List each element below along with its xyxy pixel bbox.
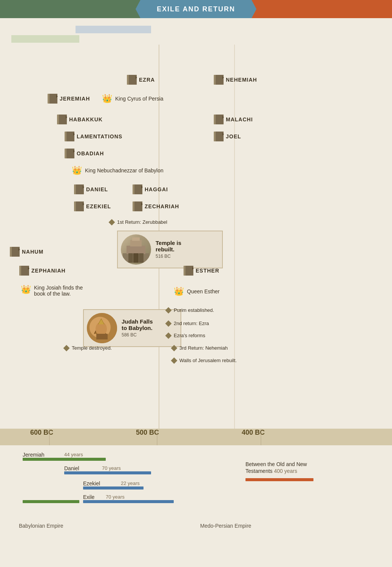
crown-icon: 👑 bbox=[102, 94, 112, 104]
book-icon bbox=[49, 94, 57, 104]
book-label: EZEKIEL bbox=[86, 203, 111, 209]
crown-label: King Josiah finds thebook of the law. bbox=[34, 285, 83, 297]
tl-years-daniel: 70 years bbox=[102, 465, 121, 471]
temple-subtitle: 516 BC bbox=[156, 254, 171, 259]
diamond-label: 2nd return: Ezra bbox=[174, 321, 209, 326]
book-label: ZECHARIAH bbox=[145, 203, 179, 209]
page-title: EXILE AND RETURN bbox=[157, 5, 235, 13]
tl-name-between: Between the Old and NewTestaments 400 ye… bbox=[245, 461, 307, 474]
diamond-icon bbox=[171, 357, 177, 364]
book-label: NAHUM bbox=[22, 249, 43, 255]
crown-cyrus: 👑 King Cyrus of Persia bbox=[102, 94, 164, 104]
book-icon bbox=[76, 201, 84, 211]
book-label: ESTHER bbox=[196, 268, 219, 274]
diamond-label: Purim established. bbox=[174, 307, 214, 313]
svg-rect-3 bbox=[132, 237, 140, 241]
diamond-return1: 1st Return: Zerubbabel bbox=[110, 219, 167, 225]
book-nehemiah: NEHEMIAH bbox=[215, 75, 257, 85]
diamond-label: Ezra's reforms bbox=[174, 333, 205, 338]
babylon-subtitle: 586 BC bbox=[122, 332, 137, 338]
tl-bar-jeremiah bbox=[23, 458, 106, 461]
crown-label: King Cyrus of Persia bbox=[115, 96, 164, 102]
axis-500bc: 500 BC bbox=[136, 429, 159, 437]
diamond-return3: 3rd Return: Nehemiah bbox=[172, 345, 228, 351]
tl-bar-daniel bbox=[64, 471, 151, 474]
book-label: NEHEMIAH bbox=[226, 77, 257, 83]
diamond-label: Walls of Jerusalem rebuilt. bbox=[179, 358, 237, 363]
svg-rect-10 bbox=[96, 334, 108, 339]
book-icon bbox=[76, 184, 84, 194]
header-center-bg: EXILE AND RETURN bbox=[136, 0, 256, 18]
diamond-purim: Purim established. bbox=[166, 307, 214, 313]
book-lamentations: LAMENTATIONS bbox=[66, 132, 122, 141]
book-label: JOEL bbox=[226, 133, 241, 139]
svg-rect-5 bbox=[139, 253, 144, 263]
diamond-temple-destroyed: Temple destroyed. bbox=[64, 345, 112, 351]
book-label: HAGGAI bbox=[145, 186, 168, 192]
tl-years-exile: 70 years bbox=[106, 494, 125, 500]
crown-icon: 👑 bbox=[174, 287, 184, 296]
timeline-axis: 600 BC 500 BC 400 BC bbox=[0, 429, 392, 445]
crown-label: King Nebuchadnezzar of Babylon bbox=[85, 167, 164, 174]
diamond-icon bbox=[109, 219, 115, 225]
crown-queen-esther: 👑 Queen Esther bbox=[174, 287, 219, 296]
book-label: ZEPHANIAH bbox=[31, 268, 66, 274]
image-box-babylon: Judah Fallsto Babylon. 586 BC bbox=[83, 309, 181, 347]
main-content: EZRA NEHEMIAH JEREMIAH 👑 King Cyrus of P… bbox=[0, 45, 392, 445]
book-haggai: HAGGAI bbox=[134, 184, 168, 194]
diamond-label: Temple destroyed. bbox=[72, 345, 112, 351]
diamond-return2: 2nd return: Ezra bbox=[166, 321, 209, 326]
book-joel: JOEL bbox=[215, 132, 241, 141]
book-label: LAMENTATIONS bbox=[77, 133, 122, 139]
book-nahum: NAHUM bbox=[11, 247, 43, 257]
book-label: DANIEL bbox=[86, 186, 108, 192]
diamond-icon bbox=[63, 345, 70, 351]
diamond-icon bbox=[165, 332, 172, 339]
diamond-label: 1st Return: Zerubbabel bbox=[117, 219, 167, 225]
book-zechariah: ZECHARIAH bbox=[134, 201, 179, 211]
temple-title: Temple isrebuilt. bbox=[156, 240, 181, 253]
book-label: JEREMIAH bbox=[60, 96, 90, 102]
diamond-icon bbox=[171, 345, 177, 351]
tl-bar-exile bbox=[83, 500, 174, 503]
book-icon bbox=[11, 247, 20, 257]
book-daniel: DANIEL bbox=[76, 184, 108, 194]
book-icon bbox=[215, 132, 224, 141]
tl-name-jeremiah: Jeremiah bbox=[23, 452, 45, 458]
temple-image bbox=[121, 234, 151, 265]
bottom-section: Jeremiah 44 years Daniel 70 years Betwee… bbox=[0, 445, 392, 528]
crown-label: Queen Esther bbox=[187, 288, 219, 294]
diamond-ezra-reforms: Ezra's reforms bbox=[166, 333, 205, 338]
crown-nebuchadnezzar: 👑 King Nebuchadnezzar of Babylon bbox=[72, 166, 164, 175]
top-timeline-bars bbox=[0, 22, 392, 45]
book-icon bbox=[66, 149, 74, 158]
book-label: OBADIAH bbox=[77, 150, 104, 156]
timeline-line-right bbox=[234, 45, 235, 445]
babylon-image bbox=[87, 313, 117, 343]
book-icon bbox=[128, 75, 137, 85]
tl-bar-ezekiel bbox=[83, 486, 144, 490]
timeline-row-ezekiel: Ezekiel 22 years bbox=[11, 480, 381, 490]
tl-years-jeremiah: 44 years bbox=[64, 452, 83, 457]
top-bar-green bbox=[11, 35, 79, 43]
book-icon bbox=[59, 115, 67, 124]
tl-name-ezekiel: Ezekiel bbox=[83, 480, 100, 486]
book-label: HABAKKUK bbox=[69, 116, 103, 122]
babylon-text: Judah Fallsto Babylon. 586 BC bbox=[122, 318, 153, 338]
timeline-row-jeremiah: Jeremiah 44 years bbox=[11, 451, 381, 461]
empire-medo-persian: Medo-Persian Empire bbox=[200, 523, 251, 529]
book-zephaniah: ZEPHANIAH bbox=[21, 266, 66, 276]
book-icon bbox=[134, 184, 142, 194]
timeline-row-daniel: Daniel 70 years Between the Old and NewT… bbox=[11, 465, 381, 474]
temple-text: Temple isrebuilt. 516 BC bbox=[156, 240, 181, 259]
book-icon bbox=[215, 75, 224, 85]
book-habakkuk: HABAKKUK bbox=[59, 115, 103, 124]
diamond-icon bbox=[165, 307, 172, 313]
book-esther: ESTHER bbox=[185, 266, 219, 276]
diamond-walls: Walls of Jerusalem rebuilt. bbox=[172, 358, 237, 363]
crown-icon: 👑 bbox=[21, 285, 31, 294]
image-box-temple: Temple isrebuilt. 516 BC bbox=[117, 231, 223, 268]
book-icon bbox=[66, 132, 74, 141]
book-obadiah: OBADIAH bbox=[66, 149, 104, 158]
svg-rect-2 bbox=[130, 240, 142, 246]
